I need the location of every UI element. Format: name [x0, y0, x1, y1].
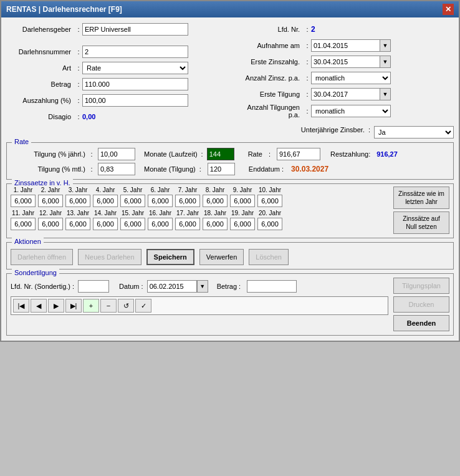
nav-next-btn[interactable]: ▶	[48, 299, 64, 313]
form-grid: Darlehensgeber : Darlehnsnummer : Art :	[6, 22, 454, 124]
sondertilgung-datum-input[interactable]	[147, 280, 197, 293]
erste-tilgung-combo: ▼	[311, 88, 391, 100]
tilgungen-select[interactable]: monatlich vierteljährlich halbjährlich j…	[311, 105, 391, 117]
nav-undo-btn[interactable]: ↺	[118, 299, 134, 313]
enddatum-label: Enddatum :	[249, 165, 284, 173]
darlehensgeber-row: Darlehensgeber :	[6, 22, 225, 36]
nav-del-btn[interactable]: −	[100, 299, 117, 313]
aktionen-row: Darlehen öffnen Neues Darlehen Speichern…	[11, 245, 449, 265]
btn-darlehen-oeffnen[interactable]: Darlehen öffnen	[11, 249, 73, 265]
zinsjahr-15-input[interactable]	[120, 218, 145, 230]
zinsjahr-11-input[interactable]	[11, 218, 36, 230]
sondertilgung-datum-label: Datum :	[119, 283, 143, 290]
unterjahr-sep: :	[368, 126, 370, 138]
zinszahlung-label: Erste Zinszahlg.	[235, 58, 304, 66]
zinsjahr-3-label: 3. Jahr	[69, 187, 88, 193]
zinsjahr-12-input[interactable]	[38, 218, 63, 230]
erste-tilgung-dropdown-btn[interactable]: ▼	[380, 88, 391, 100]
nav-prev-btn[interactable]: ◀	[31, 299, 47, 313]
monate-laufzeit-input[interactable]	[207, 148, 234, 160]
zinsjahr-20: 20. Jahr	[257, 210, 282, 230]
zinsjahr-19-input[interactable]	[230, 218, 255, 230]
nav-first-btn[interactable]: |◀	[13, 299, 29, 313]
darlehens-nr-input[interactable]	[82, 46, 188, 58]
auszahlung-input[interactable]	[82, 94, 188, 107]
zinssaetze-cols: 1. Jahr 2. Jahr 3. Jahr 4. Jahr	[11, 187, 390, 233]
btn-zinssaetze-wie-letztes[interactable]: Zinssätze wie im letzten Jahr	[393, 187, 449, 209]
betrag-input[interactable]	[82, 78, 188, 90]
zinsjahr-13-input[interactable]	[65, 218, 90, 230]
zinsjahr-14-input[interactable]	[93, 218, 118, 230]
zinsjahr-4-label: 4. Jahr	[96, 187, 115, 193]
zinsjahr-18-input[interactable]	[203, 218, 228, 230]
aufnahme-input[interactable]	[311, 39, 380, 52]
darlehens-nr-sep: :	[75, 48, 82, 56]
disagio-sep: :	[75, 113, 82, 120]
zinszahlung-input[interactable]	[311, 56, 380, 68]
nav-add-btn[interactable]: +	[83, 299, 99, 313]
btn-neues-darlehen[interactable]: Neues Darlehen	[78, 249, 141, 265]
zinsjahr-1: 1. Jahr	[11, 187, 36, 207]
btn-drucken[interactable]: Drucken	[393, 296, 449, 313]
erste-tilgung-sep: :	[304, 90, 311, 98]
zinsjahr-3-input[interactable]	[65, 195, 90, 207]
main-window: RENTAS | Darlehensrechner [F9] ✕ Darlehe…	[0, 0, 460, 342]
tilgung-pj-sep: :	[89, 150, 94, 158]
zinsjahr-17-input[interactable]	[175, 218, 200, 230]
zinssz-select[interactable]: monatlich vierteljährlich halbjährlich j…	[311, 72, 391, 84]
rate-input[interactable]	[277, 148, 320, 160]
monate-laufzeit-sep: :	[201, 150, 203, 158]
btn-tilgungsplan[interactable]: Tilgungsplan	[393, 278, 449, 294]
monate-tilgung-input[interactable]	[208, 163, 235, 175]
zinsjahr-13-label: 13. Jahr	[67, 210, 89, 216]
zinsjahr-19-label: 19. Jahr	[231, 210, 254, 216]
nav-confirm-btn[interactable]: ✓	[135, 299, 151, 313]
betrag-sep: :	[75, 80, 82, 88]
zinsjahr-7-input[interactable]	[175, 195, 200, 207]
zinsjahr-5-input[interactable]	[120, 195, 145, 207]
zinsjahr-10-input[interactable]	[257, 195, 282, 207]
nav-bar: |◀ ◀ ▶ ▶| + − ↺ ✓	[11, 296, 388, 315]
zinsjahr-4-input[interactable]	[93, 195, 118, 207]
zinsjahr-19: 19. Jahr	[230, 210, 255, 230]
tilgung-pm-input[interactable]	[98, 163, 135, 175]
sondertilgung-lfd-label: Lfd. Nr. (Sondertig.) :	[11, 283, 74, 290]
lfd-nr-row: Lfd. Nr. : 2	[235, 22, 454, 36]
zinszahlung-sep: :	[304, 58, 311, 66]
zinssz-sep: :	[304, 74, 311, 82]
darlehensgeber-input[interactable]	[82, 23, 188, 36]
unterjahr-select[interactable]: Ja Nein	[374, 126, 454, 138]
zinsjahr-2-input[interactable]	[38, 195, 63, 207]
close-button[interactable]: ✕	[443, 4, 454, 15]
art-select[interactable]: Rate Annuität Endfällig	[82, 62, 188, 74]
aufnahme-combo: ▼	[311, 39, 391, 52]
auszahlung-label: Auszahlung (%)	[6, 97, 75, 104]
zinsjahr-17-label: 17. Jahr	[176, 210, 199, 216]
aufnahme-row: Aufnahme am : ▼	[235, 39, 454, 52]
sondertilgung-lfd-input[interactable]	[78, 280, 109, 293]
zinsjahr-9-input[interactable]	[230, 195, 255, 207]
sondertilgung-betrag-input[interactable]	[247, 280, 297, 293]
zinsjahr-6-input[interactable]	[148, 195, 173, 207]
tilgung-pm-sep: :	[89, 165, 94, 173]
left-column: Darlehensgeber : Darlehnsnummer : Art :	[6, 22, 225, 124]
zinsjahr-8-input[interactable]	[203, 195, 228, 207]
btn-speichern[interactable]: Speichern	[146, 249, 194, 265]
zinsjahr-20-input[interactable]	[257, 218, 282, 230]
sondertilgung-datum-combo: ▼	[147, 280, 208, 293]
btn-zinssaetze-null[interactable]: Zinssätze auf Null setzen	[393, 211, 449, 234]
erste-tilgung-input[interactable]	[311, 88, 380, 100]
zinsjahr-16-input[interactable]	[148, 218, 173, 230]
btn-verwerfen[interactable]: Verwerfen	[199, 249, 244, 265]
zinsjahr-6-label: 6. Jahr	[151, 187, 170, 193]
sondertilgung-datum-btn[interactable]: ▼	[197, 280, 208, 293]
btn-loeschen[interactable]: Löschen	[249, 249, 289, 265]
sondertilgung-betrag-label: Betrag :	[217, 283, 241, 290]
tilgung-pj-input[interactable]	[98, 148, 135, 160]
aufnahme-dropdown-btn[interactable]: ▼	[380, 39, 391, 52]
zinszahlung-dropdown-btn[interactable]: ▼	[380, 56, 391, 68]
nav-last-btn[interactable]: ▶|	[65, 299, 82, 313]
zinsjahr-1-input[interactable]	[11, 195, 36, 207]
btn-beenden[interactable]: Beenden	[393, 315, 449, 331]
zinsjahr-9: 9. Jahr	[230, 187, 255, 207]
